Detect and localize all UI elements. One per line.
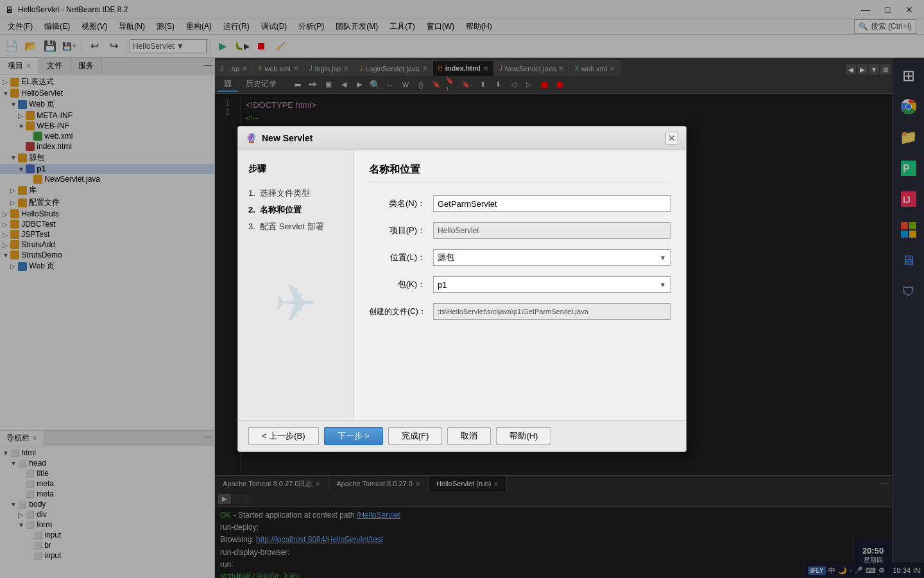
- package-select[interactable]: p1 ▼: [433, 276, 671, 293]
- form-row-location: 位置(L)： 源包 ▼: [369, 249, 671, 266]
- location-select[interactable]: 源包 ▼: [433, 249, 671, 266]
- help-button[interactable]: 帮助(H): [496, 427, 551, 445]
- step-1: 1. 选择文件类型: [248, 185, 343, 202]
- section-title: 名称和位置: [369, 163, 671, 182]
- location-select-arrow: ▼: [660, 254, 666, 261]
- form-row-classname: 类名(N)：: [369, 195, 671, 212]
- package-select-arrow: ▼: [660, 281, 666, 288]
- dialog-bg-icon: ✈: [248, 274, 343, 333]
- dialog-title: 🔮 New Servlet: [246, 133, 312, 143]
- location-label: 位置(L)：: [369, 252, 433, 263]
- dialog-close-button[interactable]: ✕: [665, 132, 678, 144]
- dialog-content: 名称和位置 类名(N)： 项目(P)： HelloServlet 位置(L)：: [354, 150, 686, 420]
- modal-overlay: 🔮 New Servlet ✕ 步骤 1. 选择文件类型 2. 名称和位置 3.…: [0, 0, 924, 578]
- project-value: HelloServlet: [433, 222, 671, 239]
- form-row-project: 项目(P)： HelloServlet: [369, 222, 671, 239]
- step-2: 2. 名称和位置: [248, 202, 343, 218]
- dialog-steps: 步骤 1. 选择文件类型 2. 名称和位置 3. 配置 Servlet 部署 ✈: [238, 150, 354, 420]
- package-label: 包(K)：: [369, 279, 433, 290]
- step-3: 3. 配置 Servlet 部署: [248, 218, 343, 235]
- project-label: 项目(P)：: [369, 225, 433, 236]
- dialog-title-bar: 🔮 New Servlet ✕: [238, 127, 686, 150]
- classname-label: 类名(N)：: [369, 198, 433, 209]
- classname-input[interactable]: [433, 195, 671, 212]
- steps-title: 步骤: [248, 163, 343, 175]
- cancel-button[interactable]: 取消: [447, 427, 491, 445]
- next-button[interactable]: 下一步 >: [324, 427, 383, 445]
- dialog-icon: 🔮: [246, 133, 257, 143]
- form-row-created: 创建的文件(C)： :ts\HelloServlet\src\java\p1\G…: [369, 303, 671, 320]
- created-path: :ts\HelloServlet\src\java\p1\GetParmServ…: [433, 303, 671, 320]
- created-label: 创建的文件(C)：: [369, 306, 433, 317]
- new-servlet-dialog: 🔮 New Servlet ✕ 步骤 1. 选择文件类型 2. 名称和位置 3.…: [237, 126, 687, 452]
- dialog-footer: < 上一步(B) 下一步 > 完成(F) 取消 帮助(H): [238, 420, 686, 451]
- prev-button[interactable]: < 上一步(B): [248, 427, 319, 445]
- finish-button[interactable]: 完成(F): [388, 427, 443, 445]
- dialog-body: 步骤 1. 选择文件类型 2. 名称和位置 3. 配置 Servlet 部署 ✈…: [238, 150, 686, 420]
- form-row-package: 包(K)： p1 ▼: [369, 276, 671, 293]
